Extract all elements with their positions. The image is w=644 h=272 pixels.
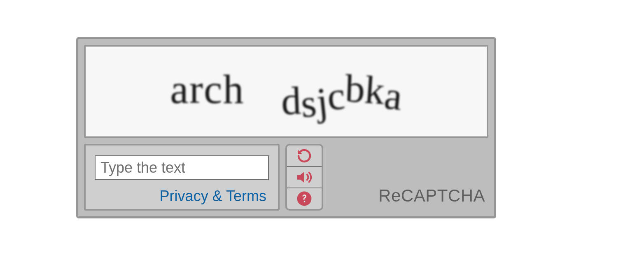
captcha-text-input[interactable]: [95, 155, 269, 180]
audio-icon: [295, 168, 314, 187]
help-icon: [296, 191, 312, 206]
help-button[interactable]: [287, 188, 322, 209]
reload-button[interactable]: [287, 145, 322, 166]
captcha-input-panel: Privacy & Terms: [84, 144, 280, 211]
recaptcha-brand-label: ReCAPTCHA: [378, 186, 485, 206]
captcha-word-1: arch: [170, 66, 244, 113]
captcha-bottom-row: Privacy & Terms: [84, 144, 488, 211]
captcha-brand-area: ReCAPTCHA: [329, 144, 488, 211]
captcha-challenge-image: arch dsjcbka: [84, 45, 488, 138]
captcha-word-2: dsjcbka: [281, 69, 402, 115]
captcha-button-stack: [285, 144, 323, 211]
recaptcha-widget: arch dsjcbka Privacy & Terms: [76, 37, 496, 218]
privacy-terms-link[interactable]: Privacy & Terms: [160, 188, 269, 205]
audio-button[interactable]: [287, 166, 322, 188]
reload-icon: [296, 147, 313, 164]
